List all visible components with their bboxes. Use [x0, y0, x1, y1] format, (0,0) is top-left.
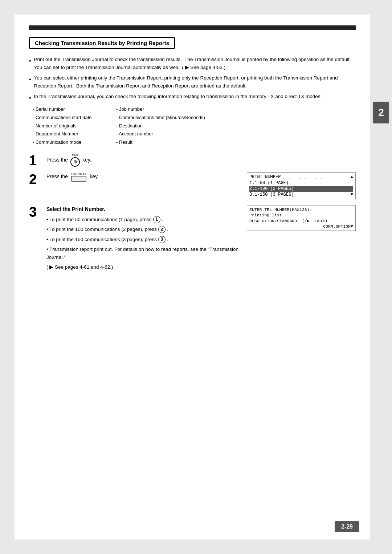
step-1-number: 1 — [29, 154, 46, 167]
page-number: 2-29 — [335, 521, 359, 532]
col-right-2: - Communications time (Minutes/Seconds) — [116, 114, 356, 122]
step-3-body: Select the Print Number. • To print the … — [46, 205, 240, 272]
col-left-2: - Communications start date — [33, 114, 113, 122]
screen-text-3-2: RESOLUTION:STANDARD (/▶ :AUTO — [249, 218, 327, 223]
step-3-b1-end: . — [162, 216, 163, 224]
num-circle-2: 2 — [158, 226, 166, 233]
screen-text-3-3: COMM.OPTION▼ — [323, 224, 353, 229]
bullet-text-2: You can select either printing only the … — [34, 74, 356, 90]
step-3-b3-text: • To print the 150 communications (3 pag… — [46, 236, 157, 244]
two-col-list: - Serial number - Job number - Communica… — [33, 106, 356, 146]
screen-arrow-down: ▼ — [351, 192, 353, 197]
screen-text-2-1: 1.1-50 (1 PAGE) — [249, 180, 289, 186]
step-2-number: 2 — [29, 172, 46, 186]
screen-text-2-2: 2.1-100 (2 PAGES) — [249, 186, 294, 191]
screen-text-2-3: 3.1-150 (3 PAGES) — [249, 192, 294, 197]
step-1-text: Press the FAX ⊕ key. — [46, 157, 91, 163]
screen-row-2-1: 1.1-50 (1 PAGE) — [249, 180, 353, 186]
screen-arrow-up: ▲ — [351, 175, 353, 180]
fax-key: FAX ⊕ — [70, 154, 80, 167]
screen-box-3: ENTER TEL NUMBER(MAX128): Printing list … — [247, 205, 356, 231]
screen-row-2-2: 2.1-100 (2 PAGES) — [249, 186, 353, 192]
step-3-screen: ENTER TEL NUMBER(MAX128): Printing list … — [247, 205, 356, 231]
num-circle-3: 3 — [158, 236, 166, 243]
bullet-item-1: • Print out the Transmission Journal to … — [29, 56, 356, 71]
screen-row-3-2: RESOLUTION:STANDARD (/▶ :AUTO — [249, 218, 353, 224]
screen-text-3-1: Printing list — [249, 213, 282, 217]
screen-box-2: PRINT NUMBER _ _ — _ _ — _ _ ▲ 1.1-50 (1… — [247, 172, 356, 199]
col-right-3: - Destination — [116, 122, 356, 130]
screen-text-2-0: PRINT NUMBER _ _ — _ _ — _ _ — [249, 175, 323, 180]
col-left-4: - Department Number — [33, 130, 113, 138]
step-1: 1 Press the FAX ⊕ key. — [29, 154, 356, 167]
journal-key: JOURNAL ____ — [71, 172, 87, 182]
side-number: 2 — [373, 102, 389, 123]
step-3-bullet-2: • To print the 100 communications (2 pag… — [46, 225, 240, 233]
step-3-b2-text: • To print the 100 communications (2 pag… — [46, 225, 157, 233]
step-3-b1-text: • To print the 50 communications (1 page… — [46, 216, 152, 224]
step-3: 3 Select the Print Number. • To print th… — [29, 205, 356, 272]
step-3-title: Select the Print Number. — [46, 205, 240, 213]
col-right-5: - Result — [116, 139, 356, 146]
section-heading: Checking Transmission Results by Printin… — [29, 37, 175, 49]
steps-area: 1 Press the FAX ⊕ key. 2 — [29, 154, 356, 272]
bullet-section: • Print out the Transmission Journal to … — [29, 56, 356, 146]
screen-row-3-0: ENTER TEL NUMBER(MAX128): — [249, 207, 353, 212]
step-2-body: Press the JOURNAL ____ key. — [46, 172, 240, 182]
col-right-1: - Job number — [116, 106, 356, 113]
step-1-body: Press the FAX ⊕ key. — [46, 154, 356, 167]
step-2: 2 Press the JOURNAL ____ key. — [29, 172, 356, 199]
screen-row-2-3: 3.1-150 (3 PAGES) ▼ — [249, 192, 353, 197]
screen-text-3-0: ENTER TEL NUMBER(MAX128): — [249, 207, 312, 212]
step-3-bullet-4: • Transmission report print out. For det… — [46, 245, 240, 262]
page: Checking Transmission Results by Printin… — [0, 0, 392, 554]
screen-row-3-3: COMM.OPTION▼ — [249, 224, 353, 229]
col-left-1: - Serial number — [33, 106, 113, 113]
col-right-4: - Account number — [116, 130, 356, 138]
bullet-dot: • — [29, 56, 31, 66]
step-3-bullet-5: ( ▶ See pages 4-61 and 4-62.) — [46, 263, 240, 271]
journal-label: JOURNAL — [71, 172, 87, 176]
bullet-dot-3: • — [29, 93, 31, 103]
col-left-3: - Number of originals — [33, 122, 113, 130]
bullet-item-3: • In the Transmission Journal, you can c… — [29, 93, 356, 103]
bullet-text-3: In the Transmission Journal, you can che… — [34, 93, 356, 101]
main-content: Checking Transmission Results by Printin… — [15, 15, 370, 539]
fax-label: FAX — [72, 154, 78, 157]
step-2-text: Press the JOURNAL ____ key. — [46, 174, 99, 179]
journal-rect: ____ — [71, 176, 86, 182]
bullet-dot-2: • — [29, 75, 31, 84]
fax-circle: ⊕ — [70, 157, 80, 167]
col-left-5: - Communication mode — [33, 139, 113, 146]
side-tab: 2 — [370, 0, 392, 554]
step-3-bullet-3: • To print the 150 communications (3 pag… — [46, 236, 240, 244]
bullet-item-2: • You can select either printing only th… — [29, 74, 356, 90]
step-3-b2-end: . — [167, 225, 168, 233]
screen-row-2-0: PRINT NUMBER _ _ — _ _ — _ _ ▲ — [249, 174, 353, 180]
step-3-b3-end: . — [167, 236, 168, 244]
step-2-screen: PRINT NUMBER _ _ — _ _ — _ _ ▲ 1.1-50 (1… — [247, 172, 356, 199]
step-3-number: 3 — [29, 205, 46, 219]
top-bar — [29, 25, 356, 30]
num-circle-1: 1 — [153, 216, 160, 223]
step-3-bullet-1: • To print the 50 communications (1 page… — [46, 216, 240, 224]
screen-row-3-1: Printing list — [249, 212, 353, 218]
bullet-text-1: Print out the Transmission Journal to ch… — [34, 56, 356, 71]
